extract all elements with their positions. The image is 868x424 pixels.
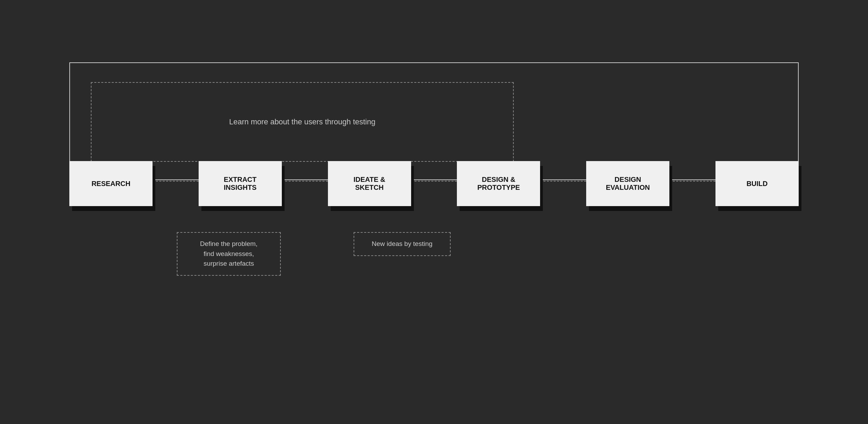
node-label-design-evaluation: DESIGNEVALUATION: [606, 176, 650, 192]
node-research: RESEARCH: [69, 161, 153, 206]
main-container: Learn more about the users through testi…: [69, 62, 799, 355]
connector-2: [282, 181, 328, 182]
tooltip-extract-insights: Define the problem,find weaknesses,surpr…: [177, 232, 281, 276]
tooltip-ideate-text: New ideas by testing: [372, 240, 432, 247]
connector-1: [153, 181, 199, 182]
connector-5: [669, 181, 715, 182]
node-box-design-prototype: DESIGN &PROTOTYPE: [457, 161, 540, 206]
node-box-ideate-sketch: IDEATE &SKETCH: [328, 161, 411, 206]
connector-4: [540, 181, 586, 182]
tooltip-ideate-sketch: New ideas by testing: [354, 232, 451, 256]
connector-3: [411, 181, 457, 182]
node-box-build: BUILD: [715, 161, 799, 206]
outer-box-label: Learn more about the users through testi…: [229, 117, 375, 126]
node-label-build: BUILD: [746, 180, 767, 188]
node-label-ideate-sketch: IDEATE &SKETCH: [354, 176, 385, 192]
node-label-research: RESEARCH: [92, 180, 130, 188]
node-box-design-evaluation: DESIGNEVALUATION: [586, 161, 669, 206]
node-label-design-prototype: DESIGN &PROTOTYPE: [477, 176, 520, 192]
node-design-evaluation: DESIGNEVALUATION: [586, 161, 669, 206]
nodes-row: RESEARCH EXTRACTINSIGHTS IDEATE &SKETCH …: [69, 161, 799, 206]
tooltip-extract-text: Define the problem,find weaknesses,surpr…: [200, 240, 258, 267]
node-label-extract-insights: EXTRACTINSIGHTS: [224, 176, 257, 192]
node-build: BUILD: [715, 161, 799, 206]
node-design-prototype: DESIGN &PROTOTYPE: [457, 161, 540, 206]
node-box-extract-insights: EXTRACTINSIGHTS: [199, 161, 282, 206]
dashed-top-box: Learn more about the users through testi…: [91, 82, 514, 162]
node-ideate-sketch: IDEATE &SKETCH: [328, 161, 411, 206]
node-extract-insights: EXTRACTINSIGHTS: [199, 161, 282, 206]
node-box-research: RESEARCH: [69, 161, 153, 206]
